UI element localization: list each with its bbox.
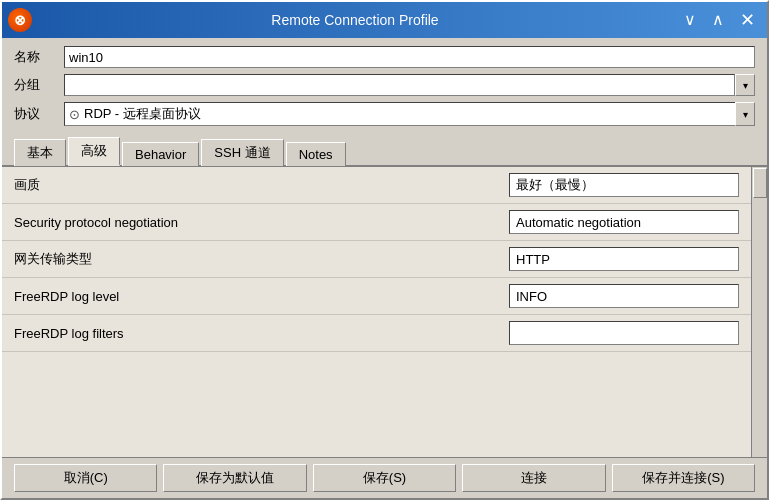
titlebar-controls: ∨ ∧ ✕ xyxy=(678,9,761,31)
group-dropdown-arrow[interactable]: ▾ xyxy=(735,74,755,96)
setting-value-log-filters[interactable] xyxy=(509,321,739,345)
minimize-button[interactable]: ∨ xyxy=(678,10,702,30)
protocol-value: RDP - 远程桌面协议 xyxy=(84,105,201,123)
name-label: 名称 xyxy=(14,48,64,66)
group-label: 分组 xyxy=(14,76,64,94)
tab-ssh[interactable]: SSH 通道 xyxy=(201,139,283,166)
protocol-icon: ⊙ xyxy=(69,107,80,122)
setting-label-security: Security protocol negotiation xyxy=(14,215,509,230)
setting-label-log-filters: FreeRDP log filters xyxy=(14,326,509,341)
protocol-select-wrapper: ⊙ RDP - 远程桌面协议 ▾ xyxy=(64,102,755,126)
list-item: Security protocol negotiation Automatic … xyxy=(2,204,751,241)
scrollbar-thumb[interactable] xyxy=(753,168,767,198)
list-item: 画质 最好（最慢） xyxy=(2,167,751,204)
tab-basic[interactable]: 基本 xyxy=(14,139,66,166)
save-connect-button[interactable]: 保存并连接(S) xyxy=(612,464,755,492)
window-title: Remote Connection Profile xyxy=(32,12,678,28)
setting-label-gateway: 网关传输类型 xyxy=(14,250,509,268)
close-button[interactable]: ✕ xyxy=(734,9,761,31)
form-area: 名称 分组 ▾ 协议 ⊙ RDP - 远程桌面协议 ▾ xyxy=(2,38,767,136)
setting-value-gateway[interactable]: HTTP xyxy=(509,247,739,271)
setting-value-quality[interactable]: 最好（最慢） xyxy=(509,173,739,197)
tab-behavior[interactable]: Behavior xyxy=(122,142,199,166)
app-icon: ⊗ xyxy=(8,8,32,32)
setting-value-security[interactable]: Automatic negotiation xyxy=(509,210,739,234)
save-button[interactable]: 保存(S) xyxy=(313,464,456,492)
group-select-wrapper: ▾ xyxy=(64,74,755,96)
footer: 取消(C) 保存为默认值 保存(S) 连接 保存并连接(S) xyxy=(2,457,767,498)
list-item: FreeRDP log filters xyxy=(2,315,751,352)
protocol-row: 协议 ⊙ RDP - 远程桌面协议 ▾ xyxy=(14,102,755,126)
list-item: 网关传输类型 HTTP xyxy=(2,241,751,278)
setting-value-log-level[interactable]: INFO xyxy=(509,284,739,308)
setting-label-log-level: FreeRDP log level xyxy=(14,289,509,304)
setting-label-quality: 画质 xyxy=(14,176,509,194)
list-item: FreeRDP log level INFO xyxy=(2,278,751,315)
protocol-select[interactable]: ⊙ RDP - 远程桌面协议 xyxy=(64,102,755,126)
protocol-label: 协议 xyxy=(14,105,64,123)
tab-content: 画质 最好（最慢） Security protocol negotiation … xyxy=(2,167,767,457)
restore-button[interactable]: ∧ xyxy=(706,10,730,30)
connect-button[interactable]: 连接 xyxy=(462,464,605,492)
protocol-dropdown-arrow[interactable]: ▾ xyxy=(735,102,755,126)
scrollbar-track[interactable] xyxy=(751,167,767,457)
tab-advanced[interactable]: 高级 xyxy=(68,137,120,166)
settings-list: 画质 最好（最慢） Security protocol negotiation … xyxy=(2,167,751,352)
group-row: 分组 ▾ xyxy=(14,74,755,96)
save-default-button[interactable]: 保存为默认值 xyxy=(163,464,306,492)
tab-notes[interactable]: Notes xyxy=(286,142,346,166)
name-input[interactable] xyxy=(64,46,755,68)
titlebar: ⊗ Remote Connection Profile ∨ ∧ ✕ xyxy=(2,2,767,38)
cancel-button[interactable]: 取消(C) xyxy=(14,464,157,492)
name-row: 名称 xyxy=(14,46,755,68)
tabs-bar: 基本 高级 Behavior SSH 通道 Notes xyxy=(2,136,767,167)
main-window: ⊗ Remote Connection Profile ∨ ∧ ✕ 名称 分组 … xyxy=(0,0,769,500)
group-input[interactable] xyxy=(64,74,735,96)
